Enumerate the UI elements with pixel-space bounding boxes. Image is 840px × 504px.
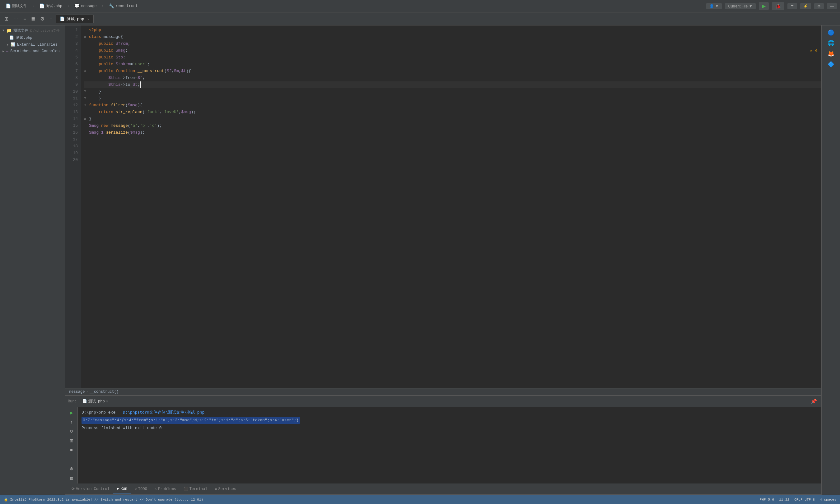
param-t: $t xyxy=(182,68,186,75)
panel-stop-button[interactable]: ■ xyxy=(69,446,74,454)
tab-services[interactable]: ⚙ Services xyxy=(211,485,240,493)
firefox-icon-btn[interactable]: 🦊 xyxy=(826,49,836,58)
construct-fn: __construct xyxy=(138,68,164,75)
grid-view-button[interactable]: ⊞ xyxy=(2,15,10,23)
run-button[interactable]: ▶ xyxy=(759,2,769,10)
fold-14[interactable]: ⊟ xyxy=(84,102,89,109)
title-construct-label: :construct xyxy=(116,4,138,8)
run-config-arrow: ▼ xyxy=(749,4,753,8)
str-loveU: 'loveU' xyxy=(162,109,179,115)
tab-version-control[interactable]: ⟳ Version Control xyxy=(68,485,113,493)
paren-15a: ( xyxy=(142,109,145,115)
sidebar-item-folder[interactable]: ▼ 📁 测试文件 D:\phpstorm文件 xyxy=(0,25,65,34)
title-bar-right: 👤 ▼ Current File ▼ ▶ 🐞 ☂ ⚡ ⚙ — xyxy=(706,2,837,10)
gear-button[interactable]: ⚙ xyxy=(38,15,46,23)
run-tab-close[interactable]: ✕ xyxy=(106,399,108,403)
main-area: ▼ 📁 测试文件 D:\phpstorm文件 📄 测试.php ▶ 📊 Exte… xyxy=(0,25,840,495)
function-kw-14: function xyxy=(89,102,111,109)
settings-button[interactable]: ⚙ xyxy=(814,3,824,9)
dots-button[interactable]: ⋯ xyxy=(12,15,20,23)
line-numbers: 12345 678910 1112131415 1617181920 xyxy=(65,25,81,388)
params-close-9: ){ xyxy=(186,68,191,75)
eq-19: = xyxy=(104,129,106,136)
tab-problems[interactable]: ⚠ Problems xyxy=(151,485,180,493)
profile-button[interactable]: 👤 ▼ xyxy=(706,3,722,9)
edge-icon-btn[interactable]: 🔷 xyxy=(826,60,836,69)
tab-label: 测试.php xyxy=(67,16,84,22)
tab-run[interactable]: ▶ Run xyxy=(113,484,131,493)
comma-17b: , xyxy=(147,122,150,129)
sidebar-phpfile-label: 测试.php xyxy=(16,35,32,40)
breadcrumb-construct[interactable]: __construct() xyxy=(90,390,119,394)
comma-9a: , xyxy=(171,68,174,75)
jetbrains-icon-btn[interactable]: 🔵 xyxy=(826,28,836,37)
debug-button[interactable]: 🐞 xyxy=(772,2,784,10)
sidebar-item-libraries[interactable]: ▶ 📊 External Libraries xyxy=(0,41,65,48)
var-token: $token xyxy=(116,61,130,68)
panel-play-button[interactable]: ▶ xyxy=(68,409,74,416)
code-content[interactable]: <?php ⊟ class message { xyxy=(81,25,821,388)
title-sep-1: › xyxy=(32,4,34,8)
tab-todo[interactable]: ☑ TODO xyxy=(131,485,151,493)
comma-15: , xyxy=(159,109,162,115)
sidebar-item-scratches[interactable]: ▶ ✏ Scratches and Consoles xyxy=(0,48,65,54)
output-path[interactable]: D:\phpstorm文件存储\测试文件\测试.php xyxy=(123,410,205,415)
panel-sidebar: ▶ ↑ ↺ ⊞ ■ ⊕ 🗑 xyxy=(65,407,78,484)
message-icon: 💬 xyxy=(74,3,80,9)
serialize-fn: serialize xyxy=(106,129,128,136)
msg1-19: $msg_1 xyxy=(89,129,104,136)
function-kw-9: function xyxy=(116,68,138,75)
title-item-file[interactable]: 📄 测试文件 xyxy=(3,3,30,9)
run-tab[interactable]: 📄 测试.php ✕ xyxy=(79,398,111,404)
panel-filter-button[interactable]: ⊕ xyxy=(68,465,75,472)
semicolon-6: ; xyxy=(125,47,128,54)
code-editor[interactable]: ⚠ 4 12345 678910 1112131415 1617181920 <… xyxy=(65,25,821,388)
profile-run-button[interactable]: ⚡ xyxy=(800,3,811,9)
semicolon-5: ; xyxy=(128,40,130,47)
chrome-icon-btn[interactable]: 🌐 xyxy=(826,38,836,48)
text-cursor: ; xyxy=(138,82,141,88)
panel-pin-button[interactable]: 📌 xyxy=(809,397,819,406)
panel-rerun-button[interactable]: ↺ xyxy=(68,428,75,435)
semicolon-8: ; xyxy=(147,61,150,68)
align-button[interactable]: ≡ xyxy=(21,15,28,23)
title-item-message[interactable]: 💬 message xyxy=(72,3,99,9)
params-9: ( xyxy=(164,68,167,75)
str-a: 'a' xyxy=(130,122,138,129)
fold-13[interactable]: ⊟ xyxy=(84,95,89,102)
comma-9b: , xyxy=(179,68,182,75)
code-line-9: ⊟ public function __construct ( $f , $m … xyxy=(84,68,821,75)
msg-17: $msg xyxy=(89,122,99,129)
minus-button[interactable]: − xyxy=(48,15,54,23)
folder-icon: 📁 xyxy=(6,28,12,33)
fold-9[interactable]: ⊟ xyxy=(84,68,89,75)
fold-12[interactable]: ⊟ xyxy=(84,88,89,95)
fold-3[interactable]: ⊟ xyxy=(84,34,89,40)
minimize-button[interactable]: — xyxy=(827,3,837,9)
bottom-panel: Run: 📄 测试.php ✕ 📌 ▶ ↑ ↺ ⊞ ■ ⊕ 🗑 xyxy=(65,395,821,495)
code-line-12: ⊟ } xyxy=(84,88,821,95)
scratches-icon: ✏ xyxy=(6,49,8,53)
editor-tab-active[interactable]: 📄 测试.php ✕ xyxy=(56,15,93,23)
params-14: ( xyxy=(125,102,128,109)
sidebar-libraries-label: External Libraries xyxy=(17,42,57,47)
new-kw-17: new xyxy=(101,122,111,129)
run-icon: ▶ xyxy=(117,486,119,491)
coverage-button[interactable]: ☂ xyxy=(787,3,797,9)
run-config-button[interactable]: Current File ▼ xyxy=(725,3,756,9)
tab-terminal[interactable]: ⬛ Terminal xyxy=(180,485,211,493)
panel-up-button[interactable]: ↑ xyxy=(69,418,74,426)
title-item-construct[interactable]: 🔧 :construct xyxy=(106,3,140,9)
panel-scroll-button[interactable]: ⊞ xyxy=(68,437,75,444)
breadcrumb-message[interactable]: message xyxy=(69,390,85,394)
align2-button[interactable]: ≣ xyxy=(29,15,37,23)
sidebar-item-phpfile[interactable]: 📄 测试.php xyxy=(0,34,65,41)
tab-run-label: Run xyxy=(120,487,127,491)
tab-close-icon[interactable]: ✕ xyxy=(87,17,90,21)
toolbar: ⊞ ⋯ ≡ ≣ ⚙ − 📄 测试.php ✕ xyxy=(0,13,840,25)
panel-delete-button[interactable]: 🗑 xyxy=(68,474,75,482)
tab-terminal-label: Terminal xyxy=(189,487,207,491)
libraries-bar-icon: 📊 xyxy=(11,42,15,47)
fold-16[interactable]: ⊟ xyxy=(84,115,89,122)
title-item-php[interactable]: 📄 测试.php xyxy=(37,3,65,9)
